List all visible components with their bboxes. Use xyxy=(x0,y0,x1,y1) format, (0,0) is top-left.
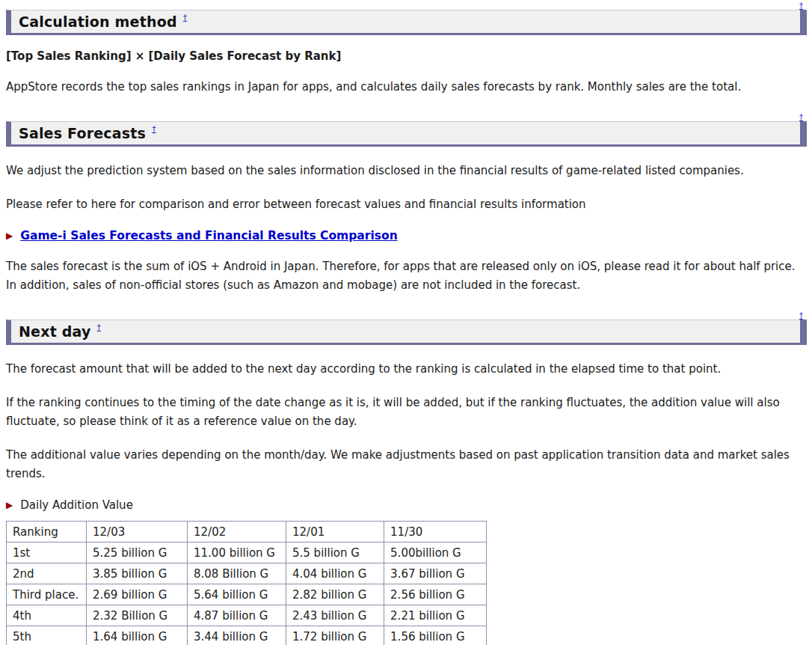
top-link-row: † xyxy=(6,0,807,10)
column-header: Ranking xyxy=(7,522,87,542)
paragraph: The forecast amount that will be added t… xyxy=(6,360,807,379)
rank-cell: 2nd xyxy=(7,563,87,584)
top-link-row: † xyxy=(6,111,807,121)
page-top-anchor-icon[interactable]: † xyxy=(799,311,803,320)
value-cell: 2.21 billion G xyxy=(384,605,487,626)
value-cell: 3.67 billion G xyxy=(384,563,487,584)
comparison-link-row: ▶ Game-i Sales Forecasts and Financial R… xyxy=(6,229,807,242)
daily-addition-value-row: ▶ Daily Addition Value xyxy=(6,498,807,512)
page-top-anchor-icon[interactable]: † xyxy=(799,1,803,10)
section-header-next-day: Next day † xyxy=(6,320,807,345)
rank-cell: 4th xyxy=(7,605,87,626)
column-header: 12/03 xyxy=(87,522,188,542)
section-title: Next day xyxy=(19,323,91,340)
value-cell: 5.5 billion G xyxy=(286,542,384,563)
paragraph: Please refer to here for comparison and … xyxy=(6,195,807,214)
table-row: 1st 5.25 billion G 11.00 billion G 5.5 b… xyxy=(7,542,487,563)
value-cell: 5.64 billion G xyxy=(188,584,286,605)
value-cell: 2.69 billion G xyxy=(87,584,188,605)
section-title: Sales Forecasts xyxy=(19,125,146,141)
table-row: Third place. 2.69 billion G 5.64 billion… xyxy=(7,584,487,605)
value-cell: 3.44 billion G xyxy=(188,626,286,645)
value-cell: 3.85 billion G xyxy=(87,563,188,584)
rank-cell: 5th xyxy=(7,626,87,645)
paragraph: The sales forecast is the sum of iOS + A… xyxy=(6,257,807,295)
value-cell: 1.56 billion G xyxy=(384,626,487,645)
header-right-cap xyxy=(800,121,807,147)
table-header-row: Ranking 12/03 12/02 12/01 11/30 xyxy=(7,522,487,542)
top-link-row: † xyxy=(6,310,807,320)
table-row: 4th 2.32 Billion G 4.87 billion G 2.43 b… xyxy=(7,605,487,626)
value-cell: 1.64 billion G xyxy=(87,626,188,645)
page-top-anchor-icon[interactable]: † xyxy=(799,113,803,121)
value-cell: 2.32 Billion G xyxy=(87,605,188,626)
section-calculation-method: † Calculation method † [Top Sales Rankin… xyxy=(6,0,807,97)
header-right-cap xyxy=(800,320,807,345)
table-row: 5th 1.64 billion G 3.44 billion G 1.72 b… xyxy=(7,626,487,645)
formula-headline: [Top Sales Ranking] × [Daily Sales Forec… xyxy=(6,49,807,63)
bullet-triangle-icon: ▶ xyxy=(6,231,13,240)
comparison-link[interactable]: Game-i Sales Forecasts and Financial Res… xyxy=(20,229,397,242)
section-title: Calculation method xyxy=(19,13,177,30)
heading-anchor-link[interactable]: † xyxy=(183,13,188,22)
value-cell: 2.56 billion G xyxy=(384,584,487,605)
value-cell: 2.82 billion G xyxy=(286,584,384,605)
value-cell: 5.25 billion G xyxy=(87,542,188,563)
daily-addition-value-table: Ranking 12/03 12/02 12/01 11/30 1st 5.25… xyxy=(6,521,487,645)
section-header-sales-forecasts: Sales Forecasts † xyxy=(6,121,807,147)
paragraph: We adjust the prediction system based on… xyxy=(6,162,807,180)
section-sales-forecasts: † Sales Forecasts † We adjust the predic… xyxy=(6,111,807,295)
section-header-calculation-method: Calculation method † xyxy=(6,10,807,35)
column-header: 12/01 xyxy=(286,522,384,542)
value-cell: 4.04 billion G xyxy=(286,563,384,584)
paragraph: AppStore records the top sales rankings … xyxy=(6,78,807,97)
value-cell: 11.00 billion G xyxy=(188,542,286,563)
table-caption: Daily Addition Value xyxy=(20,498,133,512)
rank-cell: Third place. xyxy=(7,584,87,605)
bullet-triangle-icon: ▶ xyxy=(6,501,13,510)
value-cell: 2.43 billion G xyxy=(286,605,384,626)
value-cell: 1.72 billion G xyxy=(286,626,384,645)
value-cell: 5.00billion G xyxy=(384,542,487,563)
heading-anchor-link[interactable]: † xyxy=(152,124,156,134)
heading-anchor-link[interactable]: † xyxy=(97,322,102,332)
paragraph: The additional value varies depending on… xyxy=(6,446,807,483)
page: † Calculation method † [Top Sales Rankin… xyxy=(0,0,812,645)
paragraph: If the ranking continues to the timing o… xyxy=(6,394,807,431)
value-cell: 8.08 Billion G xyxy=(188,563,286,584)
header-right-cap xyxy=(800,10,807,35)
section-next-day: † Next day † The forecast amount that wi… xyxy=(6,310,807,645)
column-header: 11/30 xyxy=(384,522,487,542)
table-row: 2nd 3.85 billion G 8.08 Billion G 4.04 b… xyxy=(7,563,487,584)
column-header: 12/02 xyxy=(188,522,286,542)
value-cell: 4.87 billion G xyxy=(188,605,286,626)
rank-cell: 1st xyxy=(7,542,87,563)
